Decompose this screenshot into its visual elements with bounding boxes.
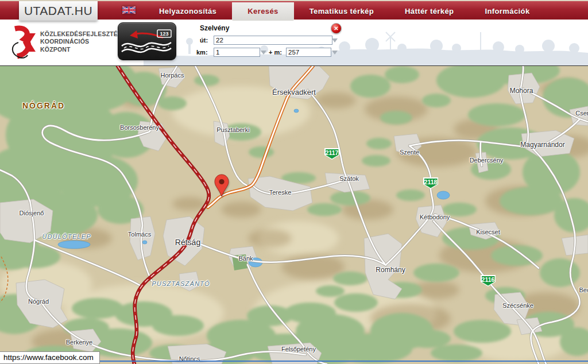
road-dropdown-arrow-icon[interactable] bbox=[332, 38, 338, 42]
browser-status-link: https://www.facebook.com bbox=[0, 351, 100, 364]
town-label: Szente bbox=[400, 149, 419, 156]
town-label: Nógrád bbox=[28, 298, 49, 305]
town-label: Berkenye bbox=[66, 339, 92, 346]
town-label: Horpács bbox=[161, 72, 184, 79]
header: KÖZLEKEDÉSFEJLESZTÉSI KOORDINÁCIÓS KÖZPO… bbox=[0, 20, 588, 66]
map-marker-pin[interactable] bbox=[214, 174, 230, 197]
town-label: Romhány bbox=[376, 266, 405, 274]
map-viewport[interactable]: NÓGRÁDHorpácsÉrsekvadkertMohoraCsernáBor… bbox=[0, 66, 588, 364]
map-terrain bbox=[0, 66, 588, 364]
panel-title: Szelvény bbox=[200, 24, 229, 32]
szelveny-road-icon-button[interactable]: 123 bbox=[118, 22, 176, 60]
town-label: Cserná bbox=[575, 110, 588, 117]
kkk-logo: KÖZLEKEDÉSFEJLESZTÉSI KOORDINÁCIÓS KÖZPO… bbox=[6, 24, 123, 60]
nav-item[interactable]: Tematikus térkép bbox=[294, 2, 389, 21]
town-label: Pusztaberki bbox=[216, 126, 249, 133]
nav-item[interactable]: Keresés bbox=[232, 2, 293, 21]
town-label: Bánk bbox=[238, 255, 253, 262]
brand-logo[interactable]: UTADAT.HU bbox=[19, 1, 98, 21]
m-dropdown-arrow-icon[interactable] bbox=[332, 51, 338, 55]
meter-input[interactable] bbox=[286, 48, 331, 57]
nav-item[interactable]: Helyazonosítás bbox=[144, 2, 232, 21]
town-label: Kisecset bbox=[476, 229, 500, 235]
town-label: Tolmács bbox=[128, 231, 151, 238]
field-label-m: + m: bbox=[269, 49, 282, 56]
nav-item[interactable]: Háttér térkép bbox=[389, 2, 469, 21]
field-label-ut: út: bbox=[200, 37, 208, 44]
kkk-logo-text: KÖZLEKEDÉSFEJLESZTÉSI KOORDINÁCIÓS KÖZPO… bbox=[40, 30, 123, 54]
town-label: Felsőpetény bbox=[281, 346, 316, 353]
szelveny-panel: Szelvény út: km: + m: bbox=[195, 23, 342, 60]
close-panel-button[interactable] bbox=[331, 23, 342, 34]
km-input[interactable] bbox=[214, 48, 260, 57]
town-label: Debercsény bbox=[470, 157, 504, 164]
nav-items: HelyazonosításKeresésTematikus térképHát… bbox=[144, 2, 546, 21]
nav-item[interactable]: Információk bbox=[469, 2, 545, 21]
road-number-input[interactable] bbox=[214, 36, 332, 45]
locality-label: ÜDÜLŐTELEP bbox=[42, 233, 91, 240]
town-label: Magyarnándor bbox=[520, 141, 564, 149]
town-label: Szécsénke bbox=[502, 302, 533, 309]
field-label-km: km: bbox=[196, 49, 208, 56]
town-label: Rétság bbox=[175, 238, 200, 247]
road-icon-sign-number: 123 bbox=[160, 31, 168, 37]
town-label: Borsosberény bbox=[120, 124, 159, 131]
town-label: Tereske bbox=[269, 189, 292, 196]
town-label: Mohora bbox=[510, 87, 533, 95]
town-label: Diósjenő bbox=[20, 210, 44, 216]
county-label: NÓGRÁD bbox=[22, 101, 65, 110]
town-label: Bec bbox=[579, 286, 588, 293]
town-label: Kétbodony bbox=[420, 214, 450, 220]
uk-flag-language-icon[interactable] bbox=[122, 6, 136, 14]
locality-label: PUSZTASZÁNTÓ bbox=[152, 280, 210, 287]
town-label: Szátok bbox=[339, 175, 359, 182]
km-dropdown-arrow-icon[interactable] bbox=[261, 51, 266, 55]
town-label: Érsekvadkert bbox=[272, 88, 316, 96]
kkk-logo-mark bbox=[6, 24, 37, 60]
